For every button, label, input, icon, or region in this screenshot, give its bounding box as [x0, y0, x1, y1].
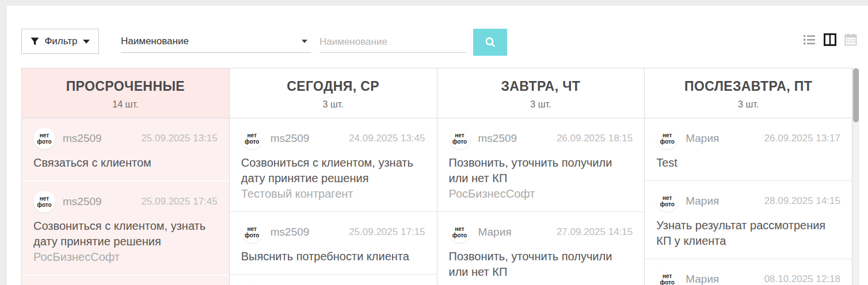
card-counterparty: РосБизнесСофт: [33, 249, 218, 265]
card-header: нет фото Мария 27.09.2025 14:15: [449, 221, 633, 243]
avatar-text: нет: [40, 132, 49, 138]
crm-tasks-page: Фильтр Наименование: [0, 0, 868, 285]
column-tomorrow: ЗАВТРА, ЧТ 3 шт. нет фото ms2509 26.09.2…: [437, 68, 645, 285]
task-card[interactable]: нет фото Мария 26.09.2025 13:17 Test: [645, 118, 852, 180]
column-header: ПРОСРОЧЕННЫЕ 14 шт.: [22, 68, 229, 118]
search-input[interactable]: [319, 31, 466, 52]
card-username: Мария: [686, 273, 764, 285]
avatar-text: нет: [455, 132, 464, 138]
card-datetime: 26.09.2025 18:15: [557, 133, 633, 144]
card-datetime: 25.09.2025 13:15: [141, 133, 217, 144]
avatar-text: фото: [660, 138, 675, 145]
funnel-icon: [31, 37, 39, 46]
avatar-text: нет: [663, 132, 672, 138]
avatar-text: фото: [245, 138, 259, 145]
task-card[interactable]: нет фото ms2509 25.09.2025 13:15 Связать…: [22, 118, 229, 180]
card-header: нет фото Мария 28.09.2025 14:15: [656, 190, 840, 212]
card-datetime: 24.09.2025 13:45: [349, 133, 425, 144]
card-header: нет фото ms2509 25.09.2025 17:15: [241, 221, 425, 243]
column-header: СЕГОДНЯ, СР 3 шт.: [230, 68, 437, 118]
card-username: ms2509: [63, 132, 141, 145]
list-view-icon[interactable]: [802, 33, 816, 47]
avatar-text: фото: [660, 279, 675, 285]
page-top-strip: [0, 0, 868, 6]
card-datetime: 26.09.2025 13:17: [764, 133, 840, 144]
task-card[interactable]: нет фото ms2509 26.10.2025 14:15: [230, 274, 437, 285]
avatar-text: нет: [663, 273, 672, 279]
kanban-board: ПРОСРОЧЕННЫЕ 14 шт. нет фото ms2509 25.0…: [21, 68, 852, 285]
avatar-text: фото: [452, 232, 467, 238]
card-username: ms2509: [271, 226, 349, 238]
card-header: нет фото Мария 26.09.2025 13:17: [656, 128, 840, 149]
card-username: Мария: [686, 132, 764, 145]
column-today: СЕГОДНЯ, СР 3 шт. нет фото ms2509 24.09.…: [230, 68, 437, 285]
no-photo-avatar: нет фото: [656, 268, 678, 285]
avatar-text: фото: [37, 138, 51, 145]
no-photo-avatar: нет фото: [656, 128, 678, 149]
search-button[interactable]: [473, 29, 507, 56]
no-photo-avatar: нет фото: [33, 128, 55, 149]
task-card[interactable]: нет фото ms2509 25.09.2025 17:15 Выяснит…: [230, 211, 437, 274]
filter-button[interactable]: Фильтр: [21, 29, 99, 54]
card-task-text: Позвонить, уточнить получили или нет КП: [449, 155, 633, 186]
task-card[interactable]: нет фото Мария 28.09.2025 14:15 Узнать р…: [645, 180, 852, 259]
column-title: СЕГОДНЯ, СР: [230, 79, 437, 94]
task-card[interactable]: нет фото Мария 08.10.2025 12:18: [645, 259, 852, 285]
card-datetime: 28.09.2025 14:15: [764, 195, 840, 207]
card-header: нет фото ms2509 26.09.2025 18:15: [449, 128, 633, 149]
avatar-text: нет: [663, 195, 672, 201]
task-card[interactable]: нет фото ms2509 27.09.2025 14:15: [22, 275, 229, 285]
no-photo-avatar: нет фото: [449, 128, 471, 149]
column-body: нет фото ms2509 25.09.2025 13:15 Связать…: [22, 118, 229, 285]
column-day-after-tomorrow: ПОСЛЕЗАВТРА, ПТ 3 шт. нет фото Мария 26.…: [645, 68, 852, 285]
task-card[interactable]: нет фото ms2509 26.09.2025 18:15 Позвони…: [437, 118, 645, 211]
search-icon: [484, 36, 497, 49]
column-count: 14 шт.: [22, 99, 229, 110]
card-header: нет фото ms2509 25.09.2025 17:45: [33, 191, 218, 213]
calendar-view-icon[interactable]: [844, 33, 858, 47]
no-photo-avatar: нет фото: [241, 221, 263, 243]
column-title: ЗАВТРА, ЧТ: [437, 79, 645, 94]
search-field-select-value: Наименование: [121, 36, 189, 47]
search-input-wrap: [319, 31, 466, 53]
chevron-down-icon: [302, 40, 307, 43]
card-task-text: Узнать результат рассмотрения КП у клиен…: [656, 218, 840, 249]
column-body: нет фото ms2509 24.09.2025 13:45 Созвони…: [230, 118, 437, 285]
column-title: ПРОСРОЧЕННЫЕ: [22, 79, 229, 94]
task-card[interactable]: нет фото ms2509 24.09.2025 13:45 Созвони…: [230, 118, 437, 211]
vertical-scrollbar[interactable]: [852, 68, 859, 285]
avatar-text: нет: [248, 226, 257, 232]
card-datetime: 25.09.2025 17:15: [349, 226, 425, 238]
avatar-text: нет: [248, 132, 257, 138]
no-photo-avatar: нет фото: [449, 221, 471, 243]
task-card[interactable]: нет фото ms2509 25.09.2025 17:45 Созвони…: [22, 180, 229, 275]
filter-button-label: Фильтр: [44, 36, 77, 47]
no-photo-avatar: нет фото: [656, 190, 678, 212]
card-datetime: 08.10.2025 12:18: [764, 274, 840, 285]
card-header: нет фото ms2509 24.09.2025 13:45: [241, 128, 425, 149]
avatar-text: фото: [660, 201, 675, 207]
page-left-strip: [0, 0, 7, 285]
avatar-text: фото: [37, 202, 51, 208]
card-header: нет фото ms2509 25.09.2025 13:15: [33, 128, 218, 149]
no-photo-avatar: нет фото: [241, 128, 263, 149]
card-task-text: Позвонить, уточнить получили или нет КП: [449, 249, 633, 280]
no-photo-avatar: нет фото: [33, 191, 55, 213]
card-username: ms2509: [271, 132, 349, 145]
column-title: ПОСЛЕЗАВТРА, ПТ: [645, 79, 852, 94]
card-datetime: 25.09.2025 17:45: [141, 196, 217, 207]
card-counterparty: Тестовый контрагент: [241, 186, 425, 202]
avatar-text: фото: [245, 232, 259, 238]
column-overdue: ПРОСРОЧЕННЫЕ 14 шт. нет фото ms2509 25.0…: [22, 68, 230, 285]
search-field-select[interactable]: Наименование: [121, 30, 311, 53]
card-task-text: Связаться с клиентом: [33, 155, 218, 171]
column-header: ПОСЛЕЗАВТРА, ПТ 3 шт.: [645, 68, 852, 118]
column-count: 3 шт.: [645, 99, 852, 110]
card-username: Мария: [686, 195, 764, 207]
task-card[interactable]: нет фото Мария 27.09.2025 14:15 Позвонит…: [437, 211, 645, 285]
kanban-view-icon[interactable]: [823, 33, 837, 47]
view-switcher: [802, 33, 858, 47]
chevron-down-icon: [83, 40, 90, 44]
card-task-text: Test: [656, 155, 840, 171]
scrollbar-thumb[interactable]: [853, 68, 859, 122]
